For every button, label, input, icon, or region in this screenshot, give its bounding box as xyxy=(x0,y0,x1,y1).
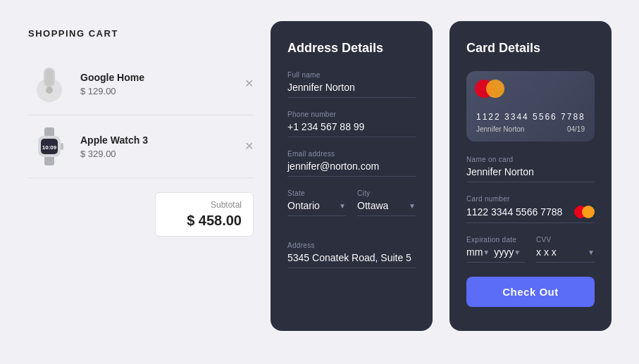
state-label: State xyxy=(287,189,346,197)
address-label: Address xyxy=(287,241,416,249)
cart-title: SHOPPING CART xyxy=(28,28,254,39)
remove-apple-watch-button[interactable]: ✕ xyxy=(244,141,254,152)
expiry-label: Expiration date xyxy=(466,236,525,244)
svg-rect-2 xyxy=(45,69,54,86)
card-number-label: Card number xyxy=(466,195,595,203)
state-value: Ontario xyxy=(287,200,320,211)
address-panel: Address Details Full name Jennifer Norto… xyxy=(271,21,433,331)
card-name-value: Jennifer Norton xyxy=(466,166,595,182)
apple-watch-info: Apple Watch 3 $ 329.00 xyxy=(80,134,254,159)
svg-text:10:09: 10:09 xyxy=(42,144,57,151)
card-panel: Card Details 1122 3344 5566 7788 Jennife… xyxy=(449,21,612,331)
checkout-button[interactable]: Check Out xyxy=(466,277,595,307)
expiry-cvv-row: Expiration date mm ▼ yyyy ▼ CVV x x x ▼ xyxy=(466,236,595,263)
state-arrow-icon: ▼ xyxy=(339,202,346,210)
full-name-label: Full name xyxy=(287,71,416,79)
address-panel-title: Address Details xyxy=(287,41,416,56)
expiry-yyyy-value: yyyy xyxy=(494,246,514,258)
svg-rect-5 xyxy=(44,156,54,165)
google-home-info: Google Home $ 129.00 xyxy=(80,72,254,96)
card-number-row: 1122 3344 5566 7788 xyxy=(466,206,595,218)
state-dropdown[interactable]: Ontario ▼ xyxy=(287,200,346,216)
credit-card-visual: 1122 3344 5566 7788 Jennifer Norton 04/1… xyxy=(466,71,595,142)
card-number-field: Card number 1122 3344 5566 7788 xyxy=(466,195,595,223)
card-expiry-display: 04/19 xyxy=(567,125,585,133)
card-panel-title: Card Details xyxy=(466,41,595,56)
google-home-name: Google Home xyxy=(80,72,254,83)
cart-item-apple-watch: 10:09 Apple Watch 3 $ 329.00 ✕ xyxy=(28,115,254,178)
address-field: Address 5345 Conatek Road, Suite 5 xyxy=(287,241,416,268)
expiry-row: mm ▼ yyyy ▼ xyxy=(466,246,525,263)
google-home-price: $ 129.00 xyxy=(80,86,254,96)
remove-google-home-button[interactable]: ✕ xyxy=(244,78,254,89)
full-name-field: Full name Jennifer Norton xyxy=(287,71,416,98)
city-dropdown[interactable]: Ottawa ▼ xyxy=(357,200,416,216)
subtotal-value: $ 458.00 xyxy=(187,213,242,229)
svg-rect-9 xyxy=(61,143,63,150)
city-field: City Ottawa ▼ xyxy=(357,189,416,216)
expiry-mm-dropdown[interactable]: mm ▼ xyxy=(466,246,490,258)
email-field: Email address jennifer@norton.com xyxy=(287,150,416,177)
expiry-field: Expiration date mm ▼ yyyy ▼ xyxy=(466,236,525,263)
apple-watch-name: Apple Watch 3 xyxy=(80,134,254,146)
shopping-cart: SHOPPING CART Google Home $ 129.00 ✕ xyxy=(28,21,254,244)
mastercard-logo xyxy=(475,80,504,98)
mc-small-orange xyxy=(582,206,595,218)
expiry-mm-value: mm xyxy=(466,246,483,258)
svg-rect-4 xyxy=(44,127,54,137)
svg-point-3 xyxy=(46,87,53,94)
expiry-mm-arrow-icon: ▼ xyxy=(483,249,490,256)
card-number-display: 1122 3344 5566 7788 xyxy=(476,112,585,122)
city-value: Ottawa xyxy=(357,200,388,211)
expiry-yyyy-dropdown[interactable]: yyyy ▼ xyxy=(494,246,521,258)
email-label: Email address xyxy=(287,150,416,158)
state-city-row: State Ontario ▼ City Ottawa ▼ xyxy=(287,189,416,229)
main-container: SHOPPING CART Google Home $ 129.00 ✕ xyxy=(0,0,639,364)
city-arrow-icon: ▼ xyxy=(409,202,416,210)
cvv-field: CVV x x x ▼ xyxy=(536,236,595,263)
card-name-field: Name on card Jennifer Norton xyxy=(466,156,595,182)
expiry-yyyy-arrow-icon: ▼ xyxy=(514,249,521,256)
email-value: jennifer@norton.com xyxy=(287,161,416,177)
cart-subtotal: Subtotal $ 458.00 xyxy=(155,192,254,237)
subtotal-label: Subtotal xyxy=(211,200,242,210)
card-name-display: Jennifer Norton xyxy=(476,125,524,133)
card-number-value: 1122 3344 5566 7788 xyxy=(466,206,562,218)
state-field: State Ontario ▼ xyxy=(287,189,346,216)
cvv-value: x x x xyxy=(536,246,557,258)
card-name-label: Name on card xyxy=(466,156,595,163)
phone-label: Phone number xyxy=(287,111,416,118)
cvv-arrow-icon: ▼ xyxy=(588,249,595,256)
card-mc-icon xyxy=(574,206,595,218)
cvv-dropdown[interactable]: x x x ▼ xyxy=(536,246,595,263)
phone-field: Phone number +1 234 567 88 99 xyxy=(287,111,416,137)
city-label: City xyxy=(357,189,416,197)
phone-value: +1 234 567 88 99 xyxy=(287,121,416,137)
google-home-image xyxy=(28,63,70,105)
apple-watch-image: 10:09 xyxy=(28,125,70,168)
address-value: 5345 Conatek Road, Suite 5 xyxy=(287,252,416,268)
mc-orange-circle xyxy=(486,80,504,98)
cvv-label: CVV xyxy=(536,236,595,244)
full-name-value: Jennifer Norton xyxy=(287,82,416,98)
apple-watch-price: $ 329.00 xyxy=(80,149,254,159)
cart-item-google-home: Google Home $ 129.00 ✕ xyxy=(28,53,254,115)
